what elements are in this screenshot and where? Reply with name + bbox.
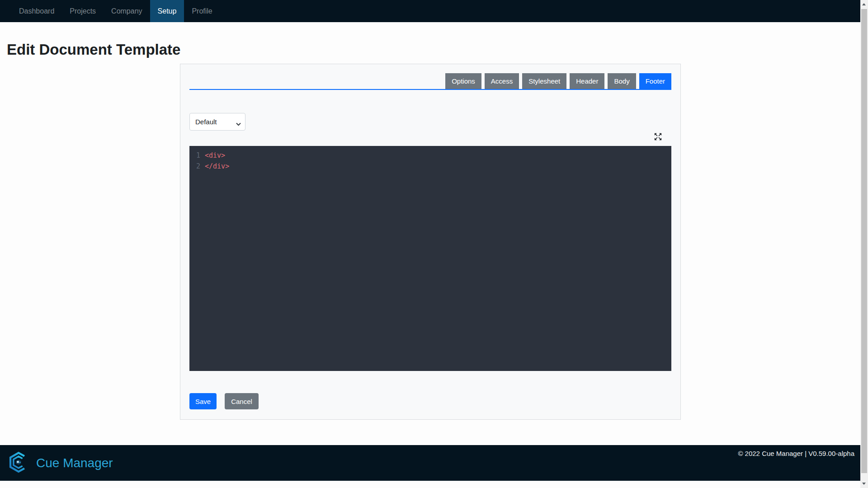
- code-line: 1 <div>: [189, 150, 671, 161]
- app-footer: Cue Manager © 2022 Cue Manager | V0.59.0…: [0, 445, 868, 481]
- nav-item-setup[interactable]: Setup: [150, 0, 184, 22]
- page-title: Edit Document Template: [7, 41, 868, 58]
- tab-options[interactable]: Options: [445, 73, 481, 89]
- code-text: </div>: [205, 161, 229, 172]
- tab-header[interactable]: Header: [570, 73, 604, 89]
- code-text: <div>: [205, 150, 225, 161]
- nav-item-profile[interactable]: Profile: [184, 0, 220, 22]
- nav-item-company[interactable]: Company: [104, 0, 150, 22]
- main-content: Edit Document Template Options Access St…: [0, 41, 868, 420]
- tab-stylesheet[interactable]: Stylesheet: [522, 73, 566, 89]
- brand-name: Cue Manager: [36, 456, 113, 470]
- template-variant-select-wrap: Default: [189, 113, 245, 131]
- scrollbar-down-arrow-icon[interactable]: [862, 483, 866, 485]
- template-editor-card: Options Access Stylesheet Header Body Fo…: [180, 64, 681, 420]
- tab-footer[interactable]: Footer: [639, 73, 671, 89]
- fullscreen-expand-button[interactable]: [654, 133, 662, 142]
- scrollbar-thumb[interactable]: [861, 9, 867, 473]
- form-actions: Save Cancel: [189, 393, 671, 409]
- template-tabs: Options Access Stylesheet Header Body Fo…: [189, 73, 671, 90]
- tab-body[interactable]: Body: [608, 73, 636, 89]
- code-editor[interactable]: 1 <div> 2 </div>: [189, 146, 671, 371]
- line-number: 2: [189, 161, 200, 172]
- code-line: 2 </div>: [189, 161, 671, 172]
- tab-access[interactable]: Access: [485, 73, 519, 89]
- vertical-scrollbar[interactable]: [860, 0, 868, 488]
- cancel-button[interactable]: Cancel: [225, 393, 259, 409]
- scrollbar-up-arrow-icon[interactable]: [862, 3, 866, 5]
- top-navbar: Dashboard Projects Company Setup Profile: [0, 0, 868, 22]
- save-button[interactable]: Save: [189, 393, 217, 409]
- nav-item-projects[interactable]: Projects: [62, 0, 104, 22]
- editor-toolbar: [189, 133, 671, 142]
- arrows-fullscreen-icon: [654, 135, 662, 142]
- template-variant-select[interactable]: Default: [189, 113, 245, 131]
- nav-item-dashboard[interactable]: Dashboard: [11, 0, 62, 22]
- line-number: 1: [189, 150, 200, 161]
- cue-manager-logo-icon: [8, 450, 29, 476]
- copyright-text: © 2022 Cue Manager | V0.59.00-alpha: [738, 450, 854, 457]
